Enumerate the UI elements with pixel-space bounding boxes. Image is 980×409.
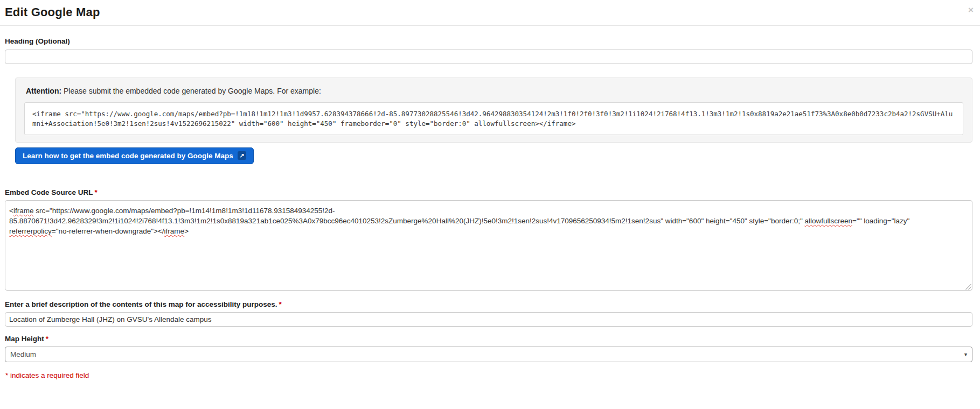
map-description-input[interactable] xyxy=(5,312,972,327)
required-asterisk: * xyxy=(95,188,98,196)
example-embed-code: <iframe src="https://www.google.com/maps… xyxy=(24,102,963,135)
attention-panel: Attention: Please submit the embedded co… xyxy=(15,77,972,143)
close-icon[interactable]: × xyxy=(966,4,976,16)
header-divider xyxy=(0,25,980,26)
edit-google-map-dialog: Edit Google Map × Heading (Optional) Att… xyxy=(0,0,980,379)
attention-text: Attention: Please submit the embedded co… xyxy=(26,87,963,95)
required-asterisk: * xyxy=(279,300,282,308)
map-height-select[interactable]: Medium ▼ xyxy=(5,347,972,362)
attention-body: Please submit the embedded code generate… xyxy=(61,87,321,95)
heading-optional-label: Heading (Optional) xyxy=(5,37,972,45)
page-title: Edit Google Map xyxy=(5,5,972,19)
embed-code-source-url-label: Embed Code Source URL* xyxy=(5,188,972,196)
resize-grip[interactable] xyxy=(965,283,971,290)
map-height-label: Map Height* xyxy=(5,335,972,343)
embed-code-textarea[interactable]: <iframe src="https://www.google.com/maps… xyxy=(5,200,972,291)
chevron-down-icon: ▼ xyxy=(963,352,968,357)
attention-bold-prefix: Attention: xyxy=(26,87,61,95)
map-height-selected-value: Medium xyxy=(10,350,36,358)
learn-embed-code-button-label: Learn how to get the embed code generate… xyxy=(23,152,233,160)
map-description-label: Enter a brief description of the content… xyxy=(5,300,972,308)
heading-input[interactable] xyxy=(5,50,972,64)
learn-embed-code-button[interactable]: Learn how to get the embed code generate… xyxy=(15,147,254,164)
external-link-icon: ↗ xyxy=(238,151,246,160)
required-asterisk: * xyxy=(46,335,48,343)
required-field-note: * indicates a required field xyxy=(5,371,972,379)
